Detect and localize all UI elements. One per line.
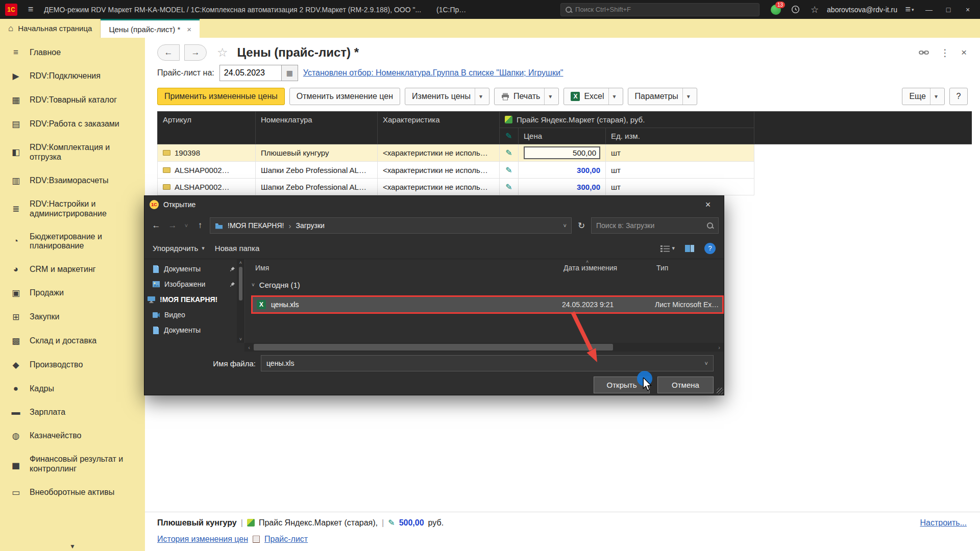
dialog-help-icon[interactable]: ? bbox=[704, 243, 716, 254]
price-value[interactable]: 300,00 bbox=[577, 183, 600, 191]
user-email[interactable]: aborovtsova@rdv-it.ru bbox=[827, 6, 897, 14]
dialog-cancel-button[interactable]: Отмена bbox=[657, 377, 714, 393]
scroll-down-icon[interactable]: ˅ bbox=[239, 337, 242, 342]
sidebar-item-main[interactable]: ≡Главное bbox=[0, 41, 145, 64]
file-row-ceny-xls[interactable]: X цены.xls 24.05.2023 9:21 Лист Microsof… bbox=[251, 295, 724, 314]
cancel-price-change-button[interactable]: Отменить изменение цен bbox=[289, 88, 400, 105]
maximize-button[interactable]: □ bbox=[941, 3, 955, 17]
sidebar-item-crm[interactable]: ◕CRM и маркетинг bbox=[0, 258, 145, 281]
help-button[interactable]: ? bbox=[949, 88, 968, 105]
price-type-group-header[interactable]: Прайс Яндекс.Маркет (старая), руб. bbox=[500, 112, 754, 128]
parameters-button[interactable]: Параметры▾ bbox=[628, 88, 697, 105]
breadcrumb-root[interactable]: !МОЯ ПЕКАРНЯ! bbox=[228, 221, 284, 230]
breadcrumb-current[interactable]: Загрузки bbox=[296, 221, 324, 230]
horizontal-scrollbar[interactable]: ‹ › bbox=[244, 343, 724, 352]
more-button[interactable]: Еще▾ bbox=[902, 88, 945, 105]
sidebar-item-salary[interactable]: ▬Зарплата bbox=[0, 400, 145, 424]
favorite-star-icon[interactable]: ☆ bbox=[217, 45, 228, 60]
get-link-icon[interactable] bbox=[919, 49, 929, 56]
dialog-search[interactable] bbox=[591, 217, 719, 234]
sidebar-item-budgeting[interactable]: ◔Бюджетирование и планирование bbox=[0, 226, 145, 258]
global-search-input[interactable] bbox=[575, 6, 755, 13]
dropdown-icon[interactable]: ▾ bbox=[544, 88, 552, 105]
history-icon[interactable] bbox=[788, 3, 802, 17]
sidebar-item-rdv-settlements[interactable]: ▥RDV:Взаиморасчеты bbox=[0, 169, 145, 193]
nav-history-dropdown-icon[interactable]: ˅ bbox=[182, 218, 190, 233]
tree-item-documents-2[interactable]: Документы bbox=[144, 322, 244, 338]
sidebar-item-rdv-catalog[interactable]: ▦RDV:Товарный каталог bbox=[0, 88, 145, 112]
group-today[interactable]: ˅ Сегодня (1) bbox=[245, 277, 724, 292]
main-menu-button[interactable]: ≡ bbox=[23, 3, 38, 17]
view-list-icon[interactable]: ▾ bbox=[660, 245, 675, 252]
sidebar-item-treasury[interactable]: ◍Казначейство bbox=[0, 424, 145, 448]
sidebar-item-finance[interactable]: ▅Финансовый результат и контроллинг bbox=[0, 448, 145, 481]
filter-link[interactable]: Установлен отбор: Номенклатура.Группа В … bbox=[303, 68, 564, 78]
sidebar-item-hr[interactable]: ●Кадры bbox=[0, 377, 145, 400]
favorites-star-icon[interactable]: ☆ bbox=[807, 3, 822, 17]
dropdown-icon[interactable]: ▾ bbox=[930, 88, 938, 105]
filename-combo[interactable]: цены.xls ˅ bbox=[261, 355, 714, 371]
resize-grip[interactable] bbox=[717, 388, 723, 394]
tab-home[interactable]: ⌂ Начальная страница bbox=[0, 19, 101, 38]
apply-prices-button[interactable]: Применить измененные цены bbox=[157, 88, 285, 105]
dialog-close-button[interactable]: × bbox=[697, 196, 719, 213]
scroll-left-icon[interactable]: ‹ bbox=[244, 344, 254, 350]
column-header-characteristic[interactable]: Характеристика bbox=[378, 112, 500, 144]
open-button[interactable]: Открыть bbox=[594, 377, 650, 393]
forward-button[interactable]: → bbox=[184, 44, 207, 61]
pricelist-link[interactable]: Прайс-лист bbox=[264, 535, 308, 544]
combo-dropdown-icon[interactable]: ˅ bbox=[705, 360, 708, 366]
excel-button[interactable]: X Excel▾ bbox=[564, 88, 623, 105]
price-value[interactable]: 300,00 bbox=[577, 166, 600, 174]
discussions-icon[interactable]: 13 bbox=[770, 3, 783, 16]
nav-up-button[interactable]: ↑ bbox=[193, 218, 207, 233]
address-dropdown-icon[interactable]: ˅ bbox=[564, 222, 567, 229]
print-button[interactable]: Печать▾ bbox=[494, 88, 559, 105]
sidebar-item-assets[interactable]: ▭Внеоборотные активы bbox=[0, 481, 145, 505]
pencil-icon[interactable]: ✎ bbox=[505, 183, 512, 191]
column-header-unit[interactable]: Ед. изм. bbox=[606, 128, 754, 144]
nav-forward-button[interactable]: → bbox=[166, 218, 179, 233]
close-form-icon[interactable]: × bbox=[961, 47, 967, 58]
tab-prices[interactable]: Цены (прайс-лист) * × bbox=[101, 19, 200, 38]
calendar-icon[interactable]: ▦ bbox=[281, 65, 298, 81]
scrollbar-track[interactable] bbox=[254, 343, 715, 352]
sidebar-item-rdv-shipping[interactable]: ◧RDV:Комплектация и отгрузка bbox=[0, 136, 145, 169]
dialog-search-input[interactable] bbox=[596, 221, 706, 230]
dropdown-icon[interactable]: ▾ bbox=[682, 88, 690, 105]
collapse-chevron-icon[interactable]: ˅ bbox=[252, 282, 255, 288]
sidebar-item-rdv-orders[interactable]: ▤RDV:Работа с заказами bbox=[0, 112, 145, 136]
nav-back-button[interactable]: ← bbox=[150, 218, 163, 233]
tab-close-icon[interactable]: × bbox=[187, 25, 191, 34]
sidebar-item-production[interactable]: ◆Производство bbox=[0, 353, 145, 377]
global-search[interactable] bbox=[560, 3, 760, 16]
back-button[interactable]: ← bbox=[157, 44, 180, 61]
column-date[interactable]: ˄Дата изменения bbox=[564, 264, 617, 272]
table-row[interactable]: ALSHAP0002… Шапки Zebo Professional AL… … bbox=[158, 179, 972, 195]
sidebar-item-warehouse[interactable]: ▩Склад и доставка bbox=[0, 329, 145, 353]
price-history-link[interactable]: История изменения цен bbox=[157, 535, 248, 544]
price-input[interactable]: 500,00 bbox=[524, 146, 600, 159]
minimize-button[interactable]: — bbox=[922, 3, 936, 17]
tree-item-moya-pekarnya[interactable]: !МОЯ ПЕКАРНЯ! bbox=[144, 292, 244, 307]
column-type[interactable]: Тип bbox=[656, 264, 668, 272]
scroll-up-icon[interactable]: ˄ bbox=[239, 260, 242, 265]
scroll-right-icon[interactable]: › bbox=[715, 344, 724, 350]
column-header-price[interactable]: Цена bbox=[519, 128, 606, 144]
more-menu-kebab-icon[interactable]: ⋮ bbox=[940, 47, 950, 59]
organize-button[interactable]: Упорядочить▾ bbox=[153, 244, 205, 253]
dropdown-icon[interactable]: ▾ bbox=[608, 88, 616, 105]
close-window-button[interactable]: × bbox=[961, 3, 975, 17]
service-menu-icon[interactable]: ≡▾ bbox=[902, 3, 917, 17]
scrollbar-thumb[interactable] bbox=[239, 267, 242, 300]
column-name[interactable]: Имя bbox=[255, 264, 269, 272]
change-prices-button[interactable]: Изменить цены▾ bbox=[405, 88, 489, 105]
sidebar-item-rdv-connections[interactable]: ▶RDV:Подключения bbox=[0, 64, 145, 88]
sidebar-item-rdv-admin[interactable]: ≣RDV:Настройки и администрирование bbox=[0, 193, 145, 226]
pricelist-date-input[interactable] bbox=[220, 65, 281, 81]
dialog-titlebar[interactable]: 1С Открытие × bbox=[144, 196, 724, 213]
address-bar[interactable]: !МОЯ ПЕКАРНЯ! › Загрузки ˅ bbox=[210, 217, 572, 234]
tree-item-video[interactable]: Видео bbox=[144, 307, 244, 322]
scrollbar-thumb[interactable] bbox=[254, 344, 613, 350]
configure-link[interactable]: Настроить... bbox=[920, 518, 967, 528]
